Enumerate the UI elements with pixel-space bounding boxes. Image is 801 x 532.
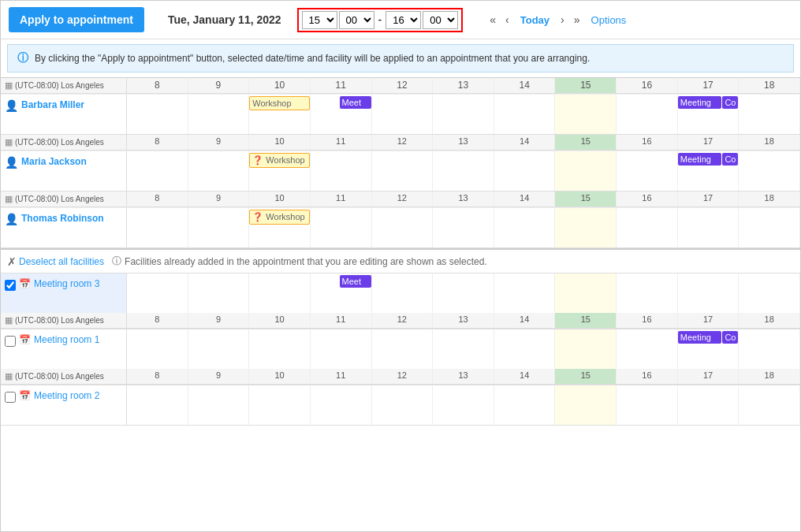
- hour-11: 11: [311, 78, 372, 93]
- facility-room1-checkbox[interactable]: [5, 336, 16, 347]
- calendar-icon-2: ▦: [5, 137, 13, 147]
- maria-row: 👤 Maria Jackson ❓ Workshop: [1, 151, 800, 191]
- maria-name[interactable]: Maria Jackson: [21, 156, 87, 167]
- end-hour-select[interactable]: 16: [386, 11, 421, 29]
- barbara-name[interactable]: Barbara Miller: [21, 99, 84, 110]
- room3-meet-event[interactable]: Meet: [340, 275, 371, 288]
- person-question-icon-2: 👤: [5, 213, 18, 225]
- tz-text-3: (UTC-08:00) Los Angeles: [15, 195, 104, 203]
- hour-15-highlighted: 15: [555, 78, 617, 93]
- barbara-cell-14: [494, 95, 556, 134]
- hour-16: 16: [617, 78, 678, 93]
- hour-12: 12: [372, 78, 434, 93]
- barbara-workshop-event[interactable]: Workshop: [249, 96, 310, 110]
- options-button[interactable]: Options: [587, 13, 631, 28]
- prev-nav-button[interactable]: ‹: [502, 12, 512, 28]
- facility-room2-label: 📅 Meeting room 2: [1, 385, 127, 425]
- facility-room3-checkbox[interactable]: [5, 280, 16, 291]
- facility-row-room1: 📅 Meeting room 1 Meeting Co: [1, 329, 800, 369]
- thomas-tz-label: ▦ (UTC-08:00) Los Angeles: [1, 192, 127, 206]
- barbara-event-cells: Workshop Meet Meeting Co: [127, 95, 800, 134]
- info-bar: ⓘ By clicking the "Apply to appointment"…: [7, 44, 794, 73]
- facility-row-room2: 📅 Meeting room 2: [1, 385, 800, 425]
- info-message: By clicking the "Apply to appointment" b…: [35, 53, 590, 64]
- date-label: Tue, January 11, 2022: [168, 13, 281, 26]
- barbara-tz-label: ▦ (UTC-08:00) Los Angeles: [1, 78, 127, 93]
- thomas-hour-cells: 8 9 10 11 12 13 14 15 16 17 18: [127, 192, 800, 206]
- maria-timeline-header: ▦ (UTC-08:00) Los Angeles 8 9 10 11 12 1…: [1, 135, 800, 151]
- facility-room1-name[interactable]: Meeting room 1: [34, 334, 99, 345]
- facility-room2-events: [127, 385, 800, 425]
- facility-room2-name[interactable]: Meeting room 2: [34, 390, 99, 401]
- barbara-events: Workshop Meet Meeting Co: [127, 95, 800, 134]
- person-question-icon: 👤: [5, 156, 18, 169]
- start-min-select[interactable]: 00: [339, 11, 374, 29]
- hour-17: 17: [678, 78, 740, 93]
- maria-event-cells: ❓ Workshop Meeting Co: [127, 151, 800, 191]
- thomas-name[interactable]: Thomas Robinson: [21, 213, 104, 224]
- next-nav-button[interactable]: ›: [557, 12, 568, 28]
- deselect-label: Deselect all facilities: [19, 256, 104, 267]
- barbara-cell-10: Workshop: [249, 95, 311, 134]
- barbara-meeting-event[interactable]: Meeting: [678, 96, 721, 109]
- maria-events: ❓ Workshop Meeting Co: [127, 151, 800, 191]
- room1-meeting-event[interactable]: Meeting: [678, 331, 721, 344]
- hour-18: 18: [739, 78, 800, 93]
- barbara-timeline-header: ▦ (UTC-08:00) Los Angeles 8 9 10 11 12 1…: [1, 78, 800, 94]
- room1-co-event[interactable]: Co: [722, 331, 738, 344]
- calendar-icon: ▦: [5, 80, 13, 91]
- apply-to-appointment-button[interactable]: Apply to appointment: [9, 7, 144, 32]
- calendar-icon-3: ▦: [5, 194, 13, 204]
- facility-room1-cells: Meeting Co: [127, 329, 800, 369]
- maria-hour-cells: 8 9 10 11 12 13 14 15 16 17 18: [127, 135, 800, 150]
- hour-8: 8: [127, 78, 188, 93]
- time-range-selector: 15 00 - 16 00: [297, 8, 464, 32]
- person-icon: 👤: [5, 99, 18, 112]
- deselect-all-button[interactable]: ✗ Deselect all facilities: [7, 255, 104, 268]
- first-nav-button[interactable]: «: [486, 12, 499, 28]
- barbara-row: 👤 Barbara Miller Workshop Meet: [1, 94, 800, 134]
- facility-group-room3: 📅 Meeting room 3 Meet: [1, 273, 800, 329]
- maria-label: 👤 Maria Jackson: [1, 151, 127, 191]
- maria-co-event[interactable]: Co: [722, 153, 738, 166]
- room1-timeline-header: ▦ (UTC-08:00) Los Angeles 8 9 10 11 12 1…: [1, 369, 800, 385]
- maria-workshop-event[interactable]: ❓ Workshop: [249, 153, 310, 168]
- barbara-cell-15: [555, 95, 617, 134]
- thomas-timeline-header: ▦ (UTC-08:00) Los Angeles 8 9 10 11 12 1…: [1, 192, 800, 207]
- main-container: Apply to appointment Tue, January 11, 20…: [0, 0, 801, 532]
- facility-group-room1: 📅 Meeting room 1 Meeting Co: [1, 329, 800, 385]
- barbara-cell-17: Meeting Co: [678, 95, 740, 134]
- facility-room3-events: Meet: [127, 273, 800, 313]
- last-nav-button[interactable]: »: [571, 12, 583, 28]
- facility-room3-name[interactable]: Meeting room 3: [34, 278, 99, 289]
- today-button[interactable]: Today: [516, 13, 554, 28]
- x-icon: ✗: [7, 255, 17, 268]
- room3-timeline-header: ▦ (UTC-08:00) Los Angeles 8 9 10 11 12 1…: [1, 313, 800, 329]
- maria-meeting-event[interactable]: Meeting: [678, 153, 721, 166]
- facility-row-room3: 📅 Meeting room 3 Meet: [1, 273, 800, 313]
- thomas-workshop-event[interactable]: ❓ Workshop: [249, 210, 310, 225]
- end-min-select[interactable]: 00: [423, 11, 458, 29]
- thomas-row: 👤 Thomas Robinson ❓ Workshop: [1, 207, 800, 247]
- facility-room1-events: Meeting Co: [127, 329, 800, 369]
- maria-tz-label: ▦ (UTC-08:00) Los Angeles: [1, 135, 127, 150]
- barbara-cell-8: [127, 95, 188, 134]
- start-hour-select[interactable]: 15: [302, 11, 337, 29]
- barbara-cell-16: [617, 95, 678, 134]
- facility-room3-label: 📅 Meeting room 3: [1, 273, 127, 313]
- barbara-co-event[interactable]: Co: [722, 96, 738, 109]
- facility-room2-checkbox[interactable]: [5, 392, 16, 403]
- header: Apply to appointment Tue, January 11, 20…: [1, 1, 800, 39]
- hour-9: 9: [188, 78, 250, 93]
- facility-room-icon-2: 📅: [19, 334, 31, 345]
- barbara-cell-11: Meet: [311, 95, 372, 134]
- hour-14: 14: [494, 78, 556, 93]
- facility-room3-cells: Meet: [127, 273, 800, 313]
- barbara-label: 👤 Barbara Miller: [1, 95, 127, 134]
- barbara-hour-cells: 8 9 10 11 12 13 14 15 16 17 18: [127, 78, 800, 93]
- barbara-cell-9: [188, 95, 250, 134]
- hour-13: 13: [433, 78, 494, 93]
- time-dash: -: [378, 13, 382, 26]
- barbara-meet-event[interactable]: Meet: [340, 96, 371, 109]
- facility-room2-cells: [127, 385, 800, 425]
